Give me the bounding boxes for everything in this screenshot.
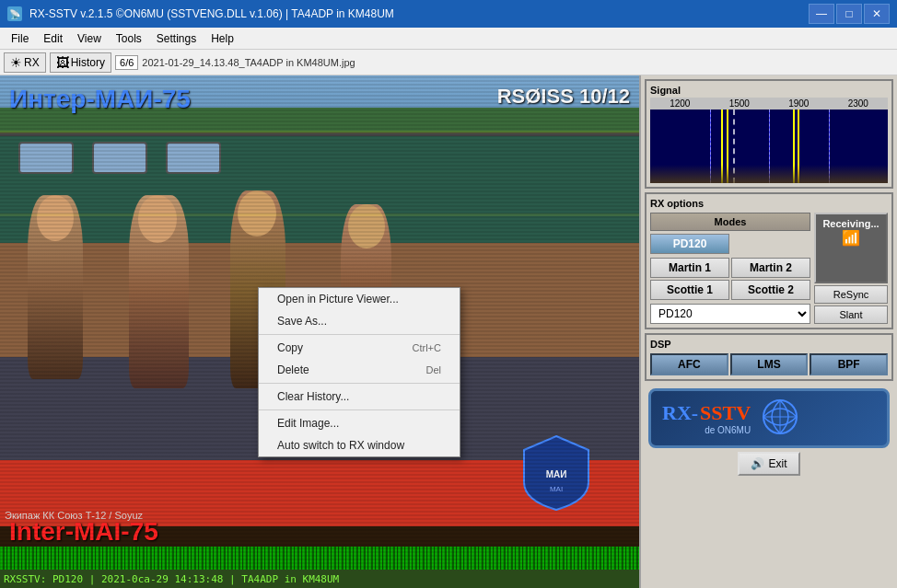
- signal-label: Signal: [650, 85, 888, 96]
- logo-icon: [762, 398, 798, 438]
- image-panel[interactable]: Интер-МАИ-75 RSØISS 10/12 МАИ MAI Экипаж…: [0, 75, 639, 588]
- bus-window-3: [166, 142, 221, 174]
- toolbar: ☀ RX 🖼 History 6/6 2021-01-29_14.13.48_T…: [0, 50, 897, 75]
- mode-scottie2[interactable]: Scottie 2: [731, 280, 810, 300]
- mode-pd120[interactable]: PD120: [650, 234, 729, 254]
- speaker-icon: 🔊: [751, 457, 764, 470]
- menu-bar: File Edit View Tools Settings Help: [0, 28, 897, 50]
- app-icon: 📡: [7, 6, 22, 21]
- context-copy[interactable]: Copy Ctrl+C: [259, 337, 460, 359]
- history-button[interactable]: 🖼 History: [50, 52, 111, 73]
- rx-options-label: RX options: [650, 198, 888, 209]
- mai-shield: МАИ MAI: [519, 432, 593, 514]
- logo-rx: RX-: [662, 401, 698, 425]
- artifact-2: [0, 213, 639, 216]
- scale-1200: 1200: [670, 98, 690, 109]
- mode-dropdown[interactable]: PD120 Martin 1 Martin 2 Scottie 1 Scotti…: [650, 304, 810, 324]
- dsp-label: DSP: [650, 339, 888, 350]
- context-separator-3: [259, 409, 460, 410]
- main-content: Интер-МАИ-75 RSØISS 10/12 МАИ MAI Экипаж…: [0, 75, 897, 588]
- image-bottom-text: Inter-MAI-75: [9, 517, 158, 547]
- rx-right-controls: Receiving... 📶 ReSync Slant: [814, 213, 888, 324]
- window-title: RX-SSTV v.2.1.5 ©ON6MU (SSTVENG.DLL v.1.…: [29, 7, 394, 20]
- slant-button[interactable]: Slant: [814, 306, 888, 324]
- menu-file[interactable]: File: [4, 28, 36, 50]
- context-item-label: Open in Picture Viewer...: [277, 293, 399, 306]
- logo-sub: de ON6MU: [662, 425, 751, 435]
- context-open-picture-viewer[interactable]: Open in Picture Viewer...: [259, 288, 460, 310]
- dsp-afc-button[interactable]: AFC: [650, 353, 728, 375]
- mode-martin1[interactable]: Martin 1: [650, 258, 729, 278]
- scale-1900: 1900: [788, 98, 809, 109]
- svg-text:МАИ: МАИ: [546, 469, 567, 479]
- logo-sstv: SSTV: [700, 401, 751, 425]
- menu-tools[interactable]: Tools: [109, 28, 149, 50]
- context-item-label: Clear History...: [277, 390, 349, 403]
- mode-select-row: PD120 Martin 1 Martin 2 Scottie 1 Scotti…: [650, 304, 810, 324]
- exit-button[interactable]: 🔊 Exit: [738, 452, 799, 476]
- context-separator-1: [259, 334, 460, 335]
- signal-display: [650, 110, 888, 183]
- history-label: History: [71, 56, 105, 69]
- context-copy-shortcut: Ctrl+C: [413, 342, 441, 353]
- cosmonaut-2: [129, 195, 189, 388]
- context-item-label: Delete: [277, 363, 309, 376]
- cosmonaut-1: [28, 195, 83, 379]
- head-4: [348, 204, 385, 248]
- menu-settings[interactable]: Settings: [149, 28, 204, 50]
- dsp-buttons-row: AFC LMS BPF: [650, 353, 888, 375]
- title-bar: 📡 RX-SSTV v.2.1.5 ©ON6MU (SSTVENG.DLL v.…: [0, 0, 897, 28]
- menu-edit[interactable]: Edit: [36, 28, 70, 50]
- menu-view[interactable]: View: [70, 28, 109, 50]
- context-item-label: Auto switch to RX window: [277, 439, 404, 452]
- context-separator-2: [259, 383, 460, 384]
- context-menu: Open in Picture Viewer... Save As... Cop…: [258, 287, 460, 457]
- maximize-button[interactable]: □: [836, 4, 862, 24]
- dsp-bpf-button[interactable]: BPF: [810, 353, 888, 375]
- mode-scottie1[interactable]: Scottie 1: [650, 280, 729, 300]
- context-clear-history[interactable]: Clear History...: [259, 386, 460, 408]
- context-edit-image[interactable]: Edit Image...: [259, 412, 460, 434]
- filename-display: 2021-01-29_14.13.48_TA4ADP in KM48UM.jpg: [142, 57, 893, 68]
- head-1: [37, 195, 74, 241]
- wf-noise-floor: [650, 165, 888, 183]
- close-button[interactable]: ✕: [864, 4, 890, 24]
- context-delete[interactable]: Delete Del: [259, 359, 460, 381]
- title-controls: — □ ✕: [809, 4, 890, 24]
- image-top-text: Интер-МАИ-75: [9, 85, 191, 114]
- context-item-label: Edit Image...: [277, 417, 339, 430]
- sun-icon: ☀: [10, 55, 22, 70]
- svg-text:MAI: MAI: [550, 485, 563, 493]
- image-icon: 🖼: [56, 55, 69, 70]
- menu-help[interactable]: Help: [204, 28, 241, 50]
- title-bar-left: 📡 RX-SSTV v.2.1.5 ©ON6MU (SSTVENG.DLL v.…: [7, 6, 394, 21]
- sstv-logo: RX- SSTV de ON6MU: [648, 388, 890, 448]
- bus-window-1: [18, 142, 74, 174]
- receiving-button[interactable]: Receiving... 📶: [814, 213, 888, 283]
- context-auto-switch[interactable]: Auto switch to RX window: [259, 434, 460, 456]
- mode-martin2[interactable]: Martin 2: [731, 258, 810, 278]
- context-save-as[interactable]: Save As...: [259, 310, 460, 332]
- dsp-lms-button[interactable]: LMS: [730, 353, 809, 375]
- waterfall: [650, 110, 888, 183]
- scale-2300: 2300: [848, 98, 868, 109]
- green-noise-band: [0, 547, 639, 570]
- logo-main: RX- SSTV: [662, 401, 751, 425]
- bus-window-2: [92, 142, 147, 174]
- rx-controls-row: Modes PD120 Martin 1 Martin 2 Scottie 1 …: [650, 213, 888, 324]
- logo-content: RX- SSTV de ON6MU: [662, 401, 751, 435]
- head-2: [138, 195, 177, 243]
- modes-header: Modes: [650, 213, 810, 231]
- status-bar: RXSSTV: PD120 | 2021-0ca-29 14:13:48 | T…: [0, 570, 639, 588]
- resync-button[interactable]: ReSync: [814, 285, 888, 304]
- dsp-panel: DSP AFC LMS BPF: [645, 333, 893, 381]
- rx-button[interactable]: ☀ RX: [4, 52, 46, 73]
- context-item-label: Copy: [277, 341, 303, 354]
- logo-area: RX- SSTV de ON6MU 🔊: [645, 385, 893, 479]
- image-counter: 6/6: [115, 55, 138, 70]
- scale-1500: 1500: [729, 98, 750, 109]
- signal-scale: 1200 1500 1900 2300: [650, 98, 888, 110]
- signal-panel: Signal 1200 1500 1900 2300: [645, 79, 893, 189]
- context-item-label: Save As...: [277, 315, 327, 328]
- minimize-button[interactable]: —: [809, 4, 834, 24]
